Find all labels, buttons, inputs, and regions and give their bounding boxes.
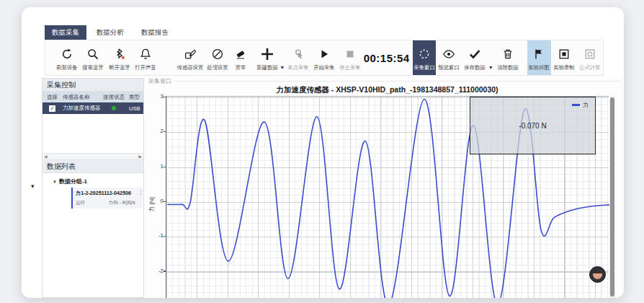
collect-control-header: 采集控制 xyxy=(43,79,143,92)
disconnect-bluetooth-button[interactable]: 断开蓝牙 xyxy=(107,40,133,75)
vertical-scrollbar[interactable] xyxy=(609,96,615,298)
chart-legend: 力 xyxy=(572,101,589,109)
legend-line-swatch xyxy=(572,104,580,106)
process-settings-button[interactable]: 处理设置 xyxy=(205,40,231,75)
search-bluetooth-button[interactable]: 搜索蓝牙 xyxy=(80,40,106,75)
sound-on-label: 打开声音 xyxy=(135,63,156,71)
process-settings-label: 处理设置 xyxy=(207,63,228,71)
data-list-header: 数据列表 xyxy=(43,160,143,173)
stop-capture-button[interactable]: 停止采集 xyxy=(337,40,363,75)
experiment-record-label: 实验录制 xyxy=(553,63,574,71)
sound-on-button[interactable]: 打开声音 xyxy=(133,40,158,75)
zero-label: 置零 xyxy=(235,63,246,71)
item-menu-icon[interactable]: ⋮ xyxy=(138,189,143,195)
table-row[interactable]: ✓ 力加速度传感器 USB xyxy=(43,102,143,114)
plot-area[interactable]: -0.070 N 力 xyxy=(166,96,609,298)
preview-window-label: 预览窗口 xyxy=(438,63,459,71)
compass-icon xyxy=(211,46,224,62)
sensor-settings-button[interactable]: 传感器设置 xyxy=(176,40,205,75)
pane-divider xyxy=(176,81,621,82)
horizontal-scrollbar[interactable]: ◀ ▶ xyxy=(43,153,143,160)
eraser-icon xyxy=(234,46,247,62)
save-data-button[interactable]: 保存数据 xyxy=(462,40,488,75)
play-icon xyxy=(318,46,330,62)
measurement-value: -0.070 N xyxy=(519,122,546,130)
record-frame-icon xyxy=(558,46,571,62)
clear-data-button[interactable]: 清除数据 xyxy=(495,40,521,75)
refresh-device-button[interactable]: 刷新设备 xyxy=(54,40,80,75)
start-capture-button[interactable]: 开始采集 xyxy=(311,40,337,75)
chart-panel: 采集窗口 力加速度传感器 - XHSP-V10HID_path_-1981348… xyxy=(144,76,624,298)
stop-capture-label: 停止采集 xyxy=(340,63,361,71)
stop-icon xyxy=(345,46,355,62)
data-group-label: 数据分组-1 xyxy=(59,177,87,185)
clear-data-label: 清除数据 xyxy=(498,63,519,71)
y-axis-title: 力 [N] xyxy=(148,193,156,217)
y-tick-2: 2 xyxy=(152,128,164,134)
disconnect-bluetooth-label: 断开蓝牙 xyxy=(109,63,130,71)
tap-pointer-icon xyxy=(292,46,305,62)
trash-icon xyxy=(501,46,514,62)
scrollbar-thumb[interactable] xyxy=(610,97,614,297)
new-data-label: 新建数据 xyxy=(257,63,278,71)
new-data-button[interactable]: 新建数据 xyxy=(256,40,279,75)
sensor-name: 力加速度传感器 xyxy=(63,105,103,112)
bluetooth-disconnect-icon xyxy=(113,46,126,62)
sensor-checkbox[interactable]: ✓ xyxy=(49,105,55,112)
collect-control-body xyxy=(43,114,143,153)
new-data-caret-icon[interactable]: ▾ xyxy=(281,64,284,75)
sensor-settings-icon xyxy=(184,46,197,62)
chart-title: 力加速度传感器 - XHSP-V10HID_path_-1981348857_1… xyxy=(166,85,609,95)
toolbar: 刷新设备 搜索蓝牙 断开蓝牙 打开声音 传感器设置 xyxy=(45,40,604,76)
capture-window-button[interactable]: 采集窗口 xyxy=(413,40,436,75)
pane-header: 采集窗口 xyxy=(148,77,621,85)
preview-window-button[interactable]: 预览窗口 xyxy=(436,40,462,75)
data-item-axes: 力/N－时间/s xyxy=(109,199,135,206)
y-tick-neg2: -2 xyxy=(152,268,164,274)
sidebar-collapse-handle[interactable]: ▾ xyxy=(31,183,35,190)
formula-calc-button[interactable]: 公式计算 xyxy=(577,40,603,75)
y-tick-3: 3 xyxy=(152,93,164,100)
tab-data-acquisition[interactable]: 数据采集 xyxy=(45,25,86,40)
eye-icon xyxy=(442,46,455,62)
refresh-icon xyxy=(61,46,73,62)
save-data-caret-icon[interactable]: ▾ xyxy=(489,64,492,75)
y-tick-1: 1 xyxy=(152,163,164,170)
app-window: 数据采集 数据分析 数据报告 刷新设备 搜索蓝牙 断开蓝牙 xyxy=(22,7,624,298)
single-point-button[interactable]: 单点采集 xyxy=(285,40,311,75)
sensor-settings-label: 传感器设置 xyxy=(177,63,204,71)
data-item-title: 力1-2-20251112-042506 xyxy=(76,190,138,197)
sidebar: 采集控制 选择 传感器名称 连接状态 类型 ✓ 力加速度传感器 USB ◀ ▶ … xyxy=(42,78,144,298)
tab-data-analysis[interactable]: 数据分析 xyxy=(89,25,131,40)
bell-icon xyxy=(139,46,152,62)
avatar-face-icon xyxy=(593,270,602,279)
elapsed-time: 00:15:54 xyxy=(364,40,410,75)
pane-label: 采集窗口 xyxy=(148,77,171,85)
plus-icon xyxy=(260,46,274,62)
sensor-type: USB xyxy=(116,105,143,112)
start-capture-label: 开始采集 xyxy=(313,63,334,71)
refresh-device-label: 刷新设备 xyxy=(56,63,77,71)
search-bluetooth-label: 搜索蓝牙 xyxy=(83,63,104,71)
flag-board-icon xyxy=(532,46,545,62)
tab-data-report[interactable]: 数据报告 xyxy=(134,25,176,40)
data-group-row[interactable]: ▼ 数据分组-1 xyxy=(43,173,143,188)
experiment-layout-label: 实验排图 xyxy=(528,63,549,71)
list-item[interactable]: 力1-2-20251112-042506 运行 力/N－时间/s ⋮ xyxy=(71,188,143,208)
scroll-right-icon[interactable]: ▶ xyxy=(138,154,142,159)
chevron-down-icon: ▼ xyxy=(53,180,57,184)
col-type: 类型 xyxy=(129,94,143,101)
formula-calc-label: 公式计算 xyxy=(579,63,600,71)
capture-window-label: 采集窗口 xyxy=(413,63,434,71)
sensor-table-header: 选择 传感器名称 连接状态 类型 xyxy=(43,92,143,102)
experiment-record-button[interactable]: 实验录制 xyxy=(551,40,577,75)
legend-label: 力 xyxy=(583,101,589,109)
check-icon xyxy=(468,46,481,62)
zero-button[interactable]: 置零 xyxy=(231,40,249,75)
scroll-left-icon[interactable]: ◀ xyxy=(44,154,48,159)
floating-avatar-button[interactable] xyxy=(589,266,606,283)
y-tick-neg1: -1 xyxy=(152,232,164,239)
col-status: 连接状态 xyxy=(103,94,129,101)
experiment-layout-button[interactable]: 实验排图 xyxy=(527,40,551,75)
save-data-label: 保存数据 xyxy=(464,63,485,71)
